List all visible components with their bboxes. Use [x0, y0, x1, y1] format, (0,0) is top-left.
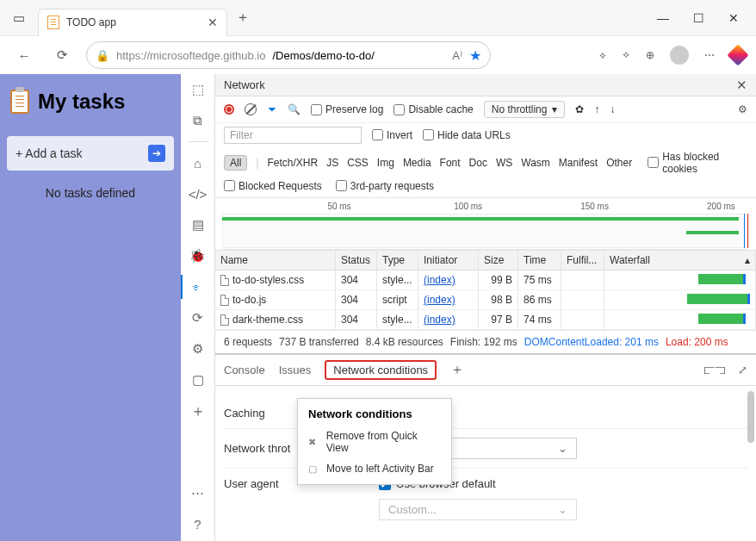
application-icon[interactable]: ▢: [188, 370, 208, 390]
favorite-star-icon[interactable]: ★: [469, 47, 481, 64]
panel-icon: ▢: [308, 463, 319, 475]
timeline-mark: 50 ms: [327, 202, 350, 211]
filter-wasm[interactable]: Wasm: [521, 157, 550, 169]
tab-issues[interactable]: Issues: [279, 364, 312, 376]
initiator-link[interactable]: (index): [424, 314, 455, 326]
profile-avatar[interactable]: [670, 46, 689, 65]
timeline-mark: 150 ms: [580, 202, 609, 211]
context-menu: Network conditions ✖Remove from Quick Vi…: [297, 398, 452, 485]
file-icon: [220, 295, 229, 306]
tab-console[interactable]: Console: [224, 364, 265, 376]
network-summary: 6 requests 737 B transferred 8.4 kB reso…: [215, 330, 756, 355]
filter-input[interactable]: Filter: [224, 127, 362, 144]
blocked-requests-checkbox[interactable]: Blocked Requests: [224, 180, 322, 192]
has-blocked-cookies-checkbox[interactable]: Has blocked cookies: [648, 151, 747, 175]
table-row[interactable]: to-do-styles.css304style...(index)99 B75…: [215, 270, 756, 290]
submit-task-icon[interactable]: ➔: [148, 145, 165, 162]
export-har-icon[interactable]: ↓: [610, 103, 615, 115]
collections-icon[interactable]: ⊕: [646, 49, 654, 61]
copilot-icon[interactable]: [727, 44, 748, 65]
settings-gear-icon[interactable]: ⚙: [738, 103, 747, 115]
context-menu-title: Network conditions: [298, 404, 451, 426]
drawer-tabs: Console Issues Network conditions ＋ ⫍⫎ ⤢: [215, 355, 756, 386]
filter-other[interactable]: Other: [606, 157, 632, 169]
import-har-icon[interactable]: ↑: [594, 103, 599, 115]
timeline-overview[interactable]: 50 ms 100 ms 150 ms 200 ms: [222, 202, 749, 250]
filter-font[interactable]: Font: [440, 157, 461, 169]
table-header[interactable]: Name Status Type Initiator Size Time Ful…: [215, 251, 756, 270]
url-box[interactable]: 🔒 https://microsoftedge.github.io/Demos/…: [86, 41, 491, 69]
throttling-select[interactable]: No throttling ▾: [484, 101, 566, 118]
close-tab-icon[interactable]: ✕: [208, 16, 218, 29]
filter-media[interactable]: Media: [403, 157, 431, 169]
sources-icon[interactable]: ▤: [188, 215, 208, 235]
webapp-panel: My tasks + Add a task ➔ No tasks defined: [0, 74, 181, 541]
window-titlebar: ▭ TODO app ✕ ＋ ― ☐ ✕: [0, 0, 756, 36]
network-icon[interactable]: ᯤ: [188, 277, 208, 297]
filter-img[interactable]: Img: [377, 157, 394, 169]
filter-manifest[interactable]: Manifest: [559, 157, 598, 169]
disable-cache-checkbox[interactable]: Disable cache: [393, 103, 473, 115]
more-tools-icon[interactable]: ＋: [188, 401, 208, 421]
ctx-remove-quick-view[interactable]: ✖Remove from Quick View: [298, 426, 451, 458]
preserve-log-checkbox[interactable]: Preserve log: [311, 103, 383, 115]
filter-js[interactable]: JS: [326, 157, 338, 169]
hide-data-urls-checkbox[interactable]: Hide data URLs: [423, 129, 511, 141]
search-icon[interactable]: 🔍: [288, 103, 301, 115]
read-aloud-icon[interactable]: A⁾: [452, 49, 462, 62]
tab-actions-icon[interactable]: ▭: [0, 10, 38, 26]
window-close-icon[interactable]: ✕: [728, 11, 739, 25]
initiator-link[interactable]: (index): [424, 274, 455, 286]
address-bar-row: ← ⟳ 🔒 https://microsoftedge.github.io/De…: [0, 36, 756, 74]
favicon-icon: [47, 16, 59, 29]
expand-drawer-icon[interactable]: ⤢: [738, 364, 747, 376]
app-title: My tasks: [7, 83, 174, 121]
unpin-icon: ✖: [308, 437, 319, 448]
filter-toggle-icon[interactable]: ⏷: [267, 103, 277, 115]
table-row[interactable]: dark-theme.css304style...(index)97 B74 m…: [215, 310, 756, 330]
elements-icon[interactable]: </>: [188, 183, 208, 204]
filter-fetch[interactable]: Fetch/XHR: [267, 157, 318, 169]
lock-icon[interactable]: 🔒: [96, 49, 109, 62]
performance-icon[interactable]: ⟳: [188, 308, 208, 328]
third-party-checkbox[interactable]: 3rd-party requests: [336, 180, 434, 192]
debugger-icon[interactable]: 🐞: [188, 246, 208, 266]
window-maximize-icon[interactable]: ☐: [693, 11, 704, 25]
dock-icon[interactable]: ⫍⫎: [703, 364, 726, 376]
devtools-close-icon[interactable]: ✕: [736, 78, 747, 93]
refresh-button[interactable]: ⟳: [48, 41, 76, 69]
table-row[interactable]: to-do.js304script(index)98 B86 ms: [215, 290, 756, 310]
invert-checkbox[interactable]: Invert: [372, 129, 412, 141]
filter-ws[interactable]: WS: [496, 157, 512, 169]
welcome-icon[interactable]: ⌂: [188, 152, 208, 173]
memory-icon[interactable]: ⚙: [188, 339, 208, 359]
settings-more-icon[interactable]: ⋯: [704, 49, 715, 61]
scrollbar[interactable]: [747, 391, 754, 443]
chevron-down-icon: ⌄: [558, 442, 567, 455]
type-filter-row: All | Fetch/XHR JS CSS Img Media Font Do…: [215, 147, 756, 178]
extensions-icon[interactable]: ⟡: [599, 49, 606, 61]
clear-icon[interactable]: [245, 103, 257, 115]
app-title-text: My tasks: [38, 90, 125, 114]
tab-title: TODO app: [66, 16, 116, 28]
more-icon[interactable]: ⋯: [188, 482, 208, 503]
back-button[interactable]: ←: [10, 41, 38, 69]
network-conditions-icon[interactable]: ✿: [575, 103, 584, 115]
device-toggle-icon[interactable]: ⧉: [188, 110, 208, 131]
browser-tab[interactable]: TODO app ✕: [38, 9, 227, 36]
new-tab-button[interactable]: ＋: [236, 9, 250, 27]
filter-row: Filter Invert Hide data URLs: [215, 123, 756, 147]
inspect-icon[interactable]: ⬚: [188, 79, 208, 100]
tab-network-conditions[interactable]: Network conditions: [325, 360, 437, 380]
filter-all[interactable]: All: [224, 155, 247, 171]
ctx-move-left[interactable]: ▢Move to left Activity Bar: [298, 458, 451, 479]
window-minimize-icon[interactable]: ―: [657, 11, 669, 25]
initiator-link[interactable]: (index): [424, 294, 455, 306]
help-icon[interactable]: ?: [188, 513, 208, 534]
favorites-icon[interactable]: ✧: [622, 49, 630, 61]
filter-css[interactable]: CSS: [347, 157, 369, 169]
record-icon[interactable]: [224, 104, 234, 115]
filter-doc[interactable]: Doc: [469, 157, 487, 169]
add-task-input[interactable]: + Add a task ➔: [7, 136, 174, 171]
add-drawer-tab-icon[interactable]: ＋: [450, 361, 464, 379]
